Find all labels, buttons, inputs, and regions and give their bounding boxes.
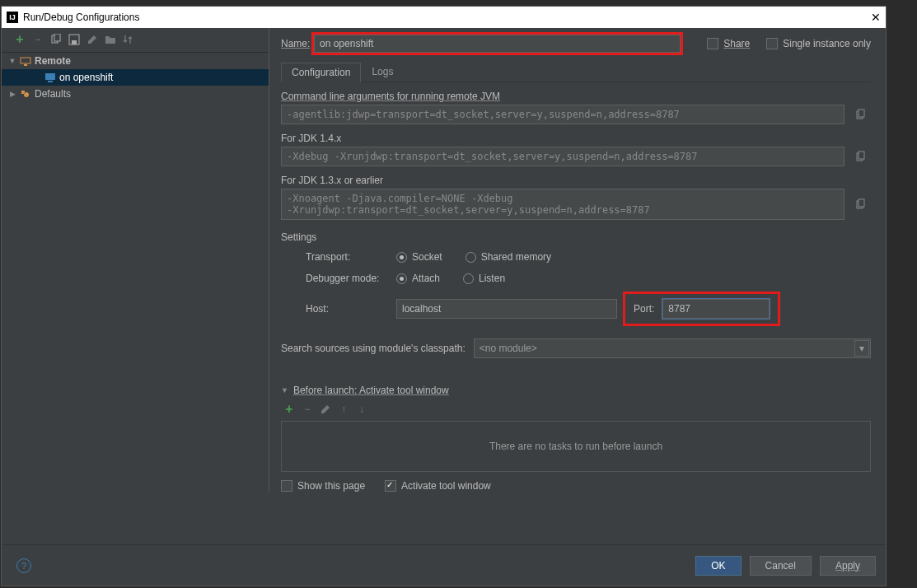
activate-tool-window-checkbox[interactable]: Activate tool window: [385, 480, 491, 492]
apply-button[interactable]: Apply: [820, 556, 876, 576]
move-to-folder-button[interactable]: [102, 31, 119, 48]
tree-node-defaults[interactable]: ▶ Defaults: [2, 86, 269, 102]
config-name-input[interactable]: [314, 35, 681, 53]
window-title: Run/Debug Configurations: [23, 12, 139, 23]
copy-config-button[interactable]: [48, 31, 64, 48]
save-config-button[interactable]: [66, 31, 82, 48]
tree-label: on openshift: [59, 72, 113, 83]
add-config-button[interactable]: +: [12, 31, 28, 48]
sort-button[interactable]: [120, 31, 137, 48]
copy-jdk13-button[interactable]: [851, 189, 871, 220]
svg-rect-3: [72, 40, 77, 44]
remove-task-button[interactable]: −: [299, 401, 316, 418]
host-input[interactable]: [396, 299, 617, 319]
edit-templates-button[interactable]: [84, 31, 101, 48]
debugger-mode-label: Debugger mode:: [306, 273, 396, 284]
defaults-icon: [20, 88, 31, 100]
intellij-icon: IJ: [7, 12, 18, 23]
chevron-down-icon: ▼: [8, 57, 16, 65]
settings-label: Settings: [281, 231, 871, 243]
single-instance-checkbox[interactable]: Single instance only: [766, 38, 871, 49]
dialog-footer: ? OK Cancel Apply: [2, 544, 886, 586]
port-input[interactable]: [662, 299, 770, 319]
host-label: Host:: [306, 303, 388, 315]
cancel-button[interactable]: Cancel: [750, 556, 812, 576]
remote-icon: [20, 55, 31, 67]
jdk14-value[interactable]: -Xdebug -Xrunjdwp:transport=dt_socket,se…: [281, 147, 844, 166]
svg-rect-7: [48, 81, 53, 82]
svg-rect-11: [859, 152, 864, 159]
module-classpath-select[interactable]: <no module> ▾: [474, 338, 871, 358]
tab-logs[interactable]: Logs: [361, 62, 404, 82]
before-launch-header[interactable]: ▼ Before launch: Activate tool window: [281, 385, 871, 396]
move-down-button[interactable]: ↓: [353, 401, 370, 418]
share-checkbox[interactable]: Share: [707, 38, 750, 49]
debugger-listen-radio[interactable]: Listen: [463, 273, 505, 284]
transport-label: Transport:: [306, 251, 396, 263]
svg-rect-13: [859, 199, 864, 207]
cmdline-value[interactable]: -agentlib:jdwp=transport=dt_socket,serve…: [281, 105, 844, 124]
chevron-right-icon: ▶: [8, 90, 16, 98]
tab-configuration[interactable]: Configuration: [281, 63, 361, 82]
svg-rect-5: [24, 64, 27, 66]
close-icon[interactable]: ✕: [871, 11, 881, 24]
svg-rect-1: [54, 34, 60, 41]
transport-socket-radio[interactable]: Socket: [396, 251, 442, 263]
svg-rect-9: [859, 110, 864, 117]
form-pane: Name: Share Single instance only Configu…: [269, 28, 886, 492]
cmdline-label: Command line arguments for running remot…: [281, 91, 871, 102]
module-classpath-label: Search sources using module's classpath:: [281, 343, 466, 354]
transport-sharedmem-radio[interactable]: Shared memory: [466, 251, 551, 263]
copy-cmdline-button[interactable]: [851, 105, 871, 124]
add-task-button[interactable]: +: [281, 401, 297, 418]
chevron-down-icon: ▾: [854, 340, 869, 357]
tree-node-remote[interactable]: ▼ Remote: [2, 53, 269, 69]
svg-rect-4: [21, 58, 30, 63]
title-bar: IJ Run/Debug Configurations ✕: [2, 7, 886, 28]
tree-label: Defaults: [35, 88, 71, 100]
config-tree[interactable]: ▼ Remote on openshift ▶ Defaults: [2, 53, 269, 102]
edit-task-button[interactable]: [317, 401, 334, 418]
tree-toolbar: + −: [2, 28, 269, 53]
name-label: Name:: [281, 38, 314, 49]
debugger-attach-radio[interactable]: Attach: [396, 273, 440, 284]
port-label: Port:: [634, 303, 654, 315]
tree-label: Remote: [35, 55, 71, 67]
jdk13-label: For JDK 1.3.x or earlier: [281, 175, 871, 186]
chevron-down-icon: ▼: [281, 386, 288, 394]
move-up-button[interactable]: ↑: [335, 401, 352, 418]
jdk13-value[interactable]: -Xnoagent -Djava.compiler=NONE -Xdebug -…: [281, 189, 844, 220]
tabs: Configuration Logs: [281, 62, 871, 82]
remove-config-button[interactable]: −: [30, 31, 46, 48]
svg-rect-6: [45, 73, 55, 80]
run-debug-config-dialog: IJ Run/Debug Configurations ✕ + −: [1, 6, 887, 586]
before-launch-task-list: There are no tasks to run before launch: [281, 421, 871, 472]
copy-jdk14-button[interactable]: [851, 147, 871, 166]
jdk14-label: For JDK 1.4.x: [281, 133, 871, 144]
config-icon: [44, 72, 56, 83]
help-button[interactable]: ?: [16, 558, 31, 573]
show-this-page-checkbox[interactable]: Show this page: [281, 480, 365, 492]
ok-button[interactable]: OK: [695, 556, 741, 576]
tree-node-on-openshift[interactable]: on openshift: [2, 69, 269, 86]
